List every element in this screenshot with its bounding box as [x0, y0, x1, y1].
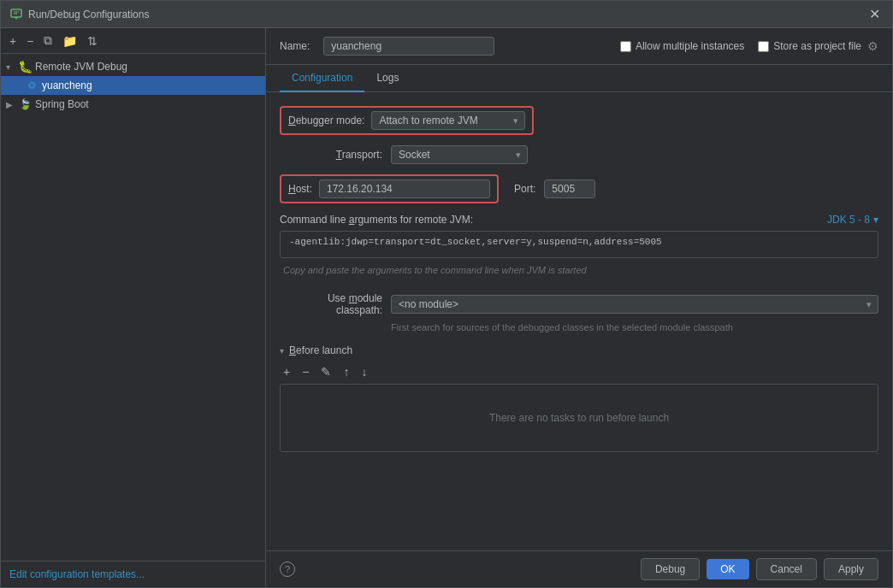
bottom-bar: ? Debug OK Cancel Apply	[266, 550, 892, 587]
chevron-down-icon: ▾	[6, 62, 18, 72]
settings-icon[interactable]: ⚙	[867, 39, 878, 53]
yuancheng-label: yuancheng	[42, 79, 92, 91]
right-panel: Name: Allow multiple instances Store as …	[266, 28, 892, 587]
cmd-hint: Copy and paste the arguments to the comm…	[280, 258, 878, 282]
host-input[interactable]	[319, 179, 490, 198]
dialog-title: Run/Debug Configurations	[28, 9, 866, 21]
tree-group-remote-jvm[interactable]: ▾ 🐛 Remote JVM Debug	[1, 57, 265, 76]
spring-boot-group-icon: 🍃	[18, 97, 32, 111]
transport-label: Transport:	[280, 149, 382, 161]
cmd-label: Command line arguments for remote JVM:	[280, 214, 473, 226]
allow-multiple-label: Allow multiple instances	[636, 40, 744, 52]
remove-config-button[interactable]: −	[23, 32, 37, 50]
transport-row: Transport: Socket Shared memory	[280, 145, 878, 164]
cmd-header: Command line arguments for remote JVM: J…	[280, 214, 878, 226]
debugger-mode-select[interactable]: Attach to remote JVM Listen to remote JV…	[371, 111, 525, 130]
tabs-row: Configuration Logs	[266, 65, 892, 92]
jdk-selector[interactable]: JDK 5 - 8 ▾	[827, 214, 878, 226]
launch-remove-button[interactable]: −	[299, 363, 312, 380]
transport-select-wrapper: Socket Shared memory	[391, 145, 528, 164]
port-label: Port:	[514, 183, 535, 195]
run-debug-dialog: Run/Debug Configurations ✕ + − ⧉ 📁 ⇅ ▾ 🐛…	[0, 0, 893, 588]
button-group: Debug OK Cancel Apply	[641, 558, 878, 580]
use-module-label: Use module classpath:	[280, 292, 382, 316]
launch-empty-text: There are no tasks to run before launch	[489, 412, 669, 424]
before-launch-section: ▾ Before launch + − ✎ ↑ ↓ There are no t…	[280, 344, 878, 452]
launch-edit-button[interactable]: ✎	[317, 363, 334, 380]
before-launch-title: Before launch	[289, 344, 352, 356]
help-button[interactable]: ?	[280, 562, 295, 577]
debugger-mode-select-wrapper: Attach to remote JVM Listen to remote JV…	[371, 111, 525, 130]
checkbox-group: Allow multiple instances Store as projec…	[620, 39, 878, 53]
apply-button[interactable]: Apply	[824, 558, 878, 580]
module-row: Use module classpath: <no module>	[280, 292, 878, 316]
main-content: + − ⧉ 📁 ⇅ ▾ 🐛 Remote JVM Debug ⚙ yuanche…	[1, 28, 892, 587]
chevron-right-icon: ▶	[6, 100, 18, 109]
sidebar-toolbar: + − ⧉ 📁 ⇅	[1, 28, 265, 54]
cmd-section: Command line arguments for remote JVM: J…	[280, 214, 878, 282]
sidebar: + − ⧉ 📁 ⇅ ▾ 🐛 Remote JVM Debug ⚙ yuanche…	[1, 28, 266, 587]
launch-toolbar: + − ✎ ↑ ↓	[280, 363, 878, 380]
store-as-project-checkbox[interactable]	[758, 41, 769, 52]
ok-button[interactable]: OK	[707, 559, 748, 579]
close-button[interactable]: ✕	[866, 4, 884, 24]
cmd-text: -agentlib:jdwp=transport=dt_socket,serve…	[289, 237, 869, 247]
add-config-button[interactable]: +	[6, 32, 20, 50]
tab-configuration[interactable]: Configuration	[280, 65, 364, 92]
sidebar-footer: Edit configuration templates...	[1, 561, 265, 587]
launch-up-button[interactable]: ↑	[340, 363, 352, 380]
port-input[interactable]	[544, 179, 595, 198]
config-header: Name: Allow multiple instances Store as …	[266, 28, 892, 65]
svg-marker-1	[15, 17, 18, 20]
tree-group-spring-boot[interactable]: ▶ 🍃 Spring Boot	[1, 95, 265, 114]
module-hint: First search for sources of the debugged…	[391, 321, 878, 334]
before-launch-header[interactable]: ▾ Before launch	[280, 344, 878, 356]
config-item-icon: ⚙	[25, 79, 38, 92]
allow-multiple-checkbox-group[interactable]: Allow multiple instances	[620, 40, 744, 52]
edit-templates-link[interactable]: Edit configuration templates...	[9, 568, 145, 580]
host-label: Host:	[288, 183, 312, 195]
name-input[interactable]	[323, 37, 494, 56]
config-tree: ▾ 🐛 Remote JVM Debug ⚙ yuancheng ▶ 🍃 Spr…	[1, 54, 265, 561]
debugger-mode-label: Debugger mode:	[288, 115, 364, 126]
debug-button[interactable]: Debug	[641, 558, 700, 580]
module-select[interactable]: <no module>	[391, 295, 878, 314]
sort-config-button[interactable]: ⇅	[84, 32, 101, 50]
store-as-project-checkbox-group[interactable]: Store as project file ⚙	[758, 39, 878, 53]
tree-item-yuancheng[interactable]: ⚙ yuancheng	[1, 76, 265, 95]
dialog-icon	[9, 8, 23, 21]
tab-logs[interactable]: Logs	[364, 65, 411, 92]
cmd-box: -agentlib:jdwp=transport=dt_socket,serve…	[280, 231, 878, 258]
transport-select[interactable]: Socket Shared memory	[391, 145, 528, 164]
name-label: Name:	[280, 40, 310, 52]
remote-jvm-group-label: Remote JVM Debug	[35, 61, 127, 73]
before-launch-chevron: ▾	[280, 346, 284, 356]
module-select-wrapper: <no module>	[391, 295, 878, 314]
title-bar: Run/Debug Configurations ✕	[1, 1, 892, 28]
spring-boot-group-label: Spring Boot	[35, 98, 89, 110]
host-port-row: Host: Port:	[280, 174, 878, 203]
remote-jvm-group-icon: 🐛	[18, 60, 32, 74]
launch-empty-area: There are no tasks to run before launch	[280, 384, 878, 452]
copy-config-button[interactable]: ⧉	[40, 32, 56, 50]
allow-multiple-checkbox[interactable]	[620, 41, 631, 52]
folder-config-button[interactable]: 📁	[59, 32, 80, 50]
config-body: Debugger mode: Attach to remote JVM List…	[266, 92, 892, 550]
cancel-button[interactable]: Cancel	[756, 558, 817, 580]
debugger-mode-row: Debugger mode: Attach to remote JVM List…	[280, 106, 878, 135]
launch-down-button[interactable]: ↓	[358, 363, 370, 380]
store-as-project-label: Store as project file	[773, 40, 861, 52]
launch-add-button[interactable]: +	[280, 363, 293, 380]
